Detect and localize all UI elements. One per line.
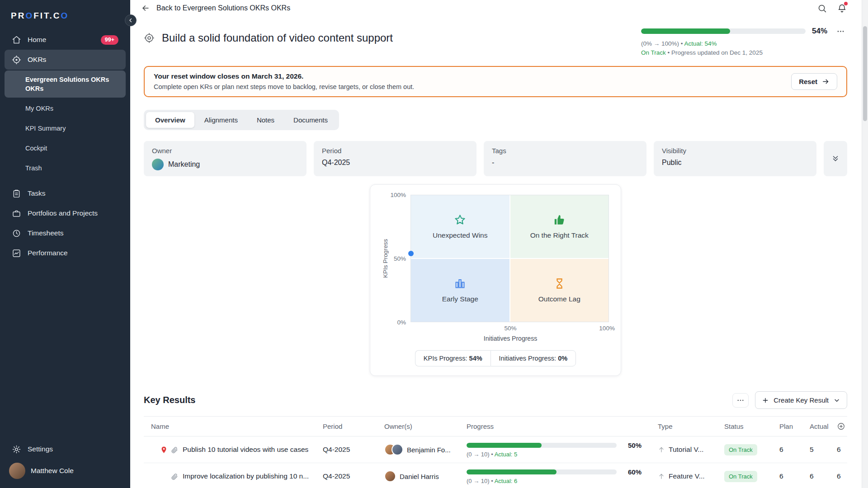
y-tick-100: 100%	[390, 192, 406, 198]
tab-notes[interactable]: Notes	[248, 112, 283, 128]
quadrant-label: Outcome Lag	[538, 295, 580, 303]
sidebar-bottom: Settings Matthew Cole	[0, 439, 130, 488]
kr-name-link[interactable]: Improve localization by publishing 10 n.…	[183, 472, 309, 480]
column-header-period: Period	[323, 422, 384, 430]
kr-progress-fill	[467, 469, 557, 474]
key-results-menu-button[interactable]	[732, 393, 749, 408]
reset-button[interactable]: Reset	[791, 73, 837, 90]
chart-x-axis-label: Initiatives Progress	[412, 335, 609, 342]
table-add-button[interactable]	[837, 422, 847, 431]
sidebar-item-label: Settings	[28, 445, 53, 453]
table-row[interactable]: Improve localization by publishing 10 n.…	[144, 463, 847, 488]
logo-text: PR	[11, 11, 25, 20]
x-tick-100: 100%	[599, 325, 615, 332]
star-icon	[454, 214, 466, 226]
sidebar-item-tasks[interactable]: Tasks	[5, 183, 126, 203]
chart-y-ticks: 100% 50% 0%	[391, 195, 410, 322]
sidebar: PROFIT.CO Home 99+ OKRs Evergreen Soluti…	[0, 0, 130, 488]
chart-point	[408, 251, 414, 256]
kr-progress-cell: 60% (0 → 10) • Actual: 6	[467, 468, 658, 484]
owner-value: Marketing	[152, 159, 298, 170]
kr-range: (0 → 10) •	[467, 478, 493, 484]
sidebar-item-my-okrs[interactable]: My OKRs	[5, 99, 126, 117]
sidebar-item-trash[interactable]: Trash	[5, 159, 126, 177]
kr-status-cell: On Track	[724, 444, 779, 455]
legend-kpis-progress: KPIs Progress: 54%	[415, 350, 491, 366]
reset-banner-title: Your reset window closes on March 31, 20…	[154, 72, 414, 80]
legend-label: KPIs Progress:	[424, 355, 467, 362]
sidebar-item-label: Portfolios and Projects	[28, 209, 98, 217]
sidebar-nav: Home 99+ OKRs Evergreen Solutions OKRs O…	[0, 30, 130, 263]
create-key-result-button[interactable]: Create Key Result	[755, 391, 847, 409]
kr-progress-detail: (0 → 10) • Actual: 6	[467, 478, 642, 484]
kr-type: Tutorial V...	[669, 446, 703, 454]
sidebar-item-performance[interactable]: Performance	[5, 243, 126, 263]
kr-actual: Actual: 5	[495, 451, 518, 458]
key-results-actions: Create Key Result	[732, 391, 847, 409]
search-button[interactable]	[814, 0, 830, 16]
kr-name-link[interactable]: Publish 10 tutorial videos with use case…	[183, 446, 308, 454]
kr-plan: 6	[779, 472, 810, 480]
bar-chart-icon	[454, 277, 466, 290]
topbar-actions	[814, 0, 850, 16]
chevron-down-icon	[833, 397, 840, 404]
owner-avatar	[392, 444, 403, 455]
kr-target-value: 6	[837, 472, 847, 480]
quadrant-label: On the Right Track	[530, 231, 589, 239]
owner-avatar	[384, 470, 396, 482]
notifications-button[interactable]	[834, 0, 850, 16]
owner-label: Owner	[152, 147, 298, 155]
kr-status-cell: On Track	[724, 471, 779, 482]
ellipsis-icon	[736, 396, 745, 404]
back-link[interactable]: Back to Evergreen Solutions OKRs OKRs	[141, 4, 290, 13]
sidebar-item-kpi-summary[interactable]: KPI Summary	[5, 119, 126, 137]
kr-period: Q4-2025	[323, 472, 384, 480]
y-tick-50: 50%	[394, 255, 406, 262]
sidebar-item-evergreen-okrs[interactable]: Evergreen Solutions OKRs OKRs	[5, 70, 126, 98]
tags-card: Tags -	[484, 141, 646, 176]
legend-value: 54%	[469, 355, 482, 362]
tab-overview[interactable]: Overview	[146, 112, 194, 128]
back-label: Back to Evergreen Solutions OKRs OKRs	[156, 4, 290, 12]
table-row[interactable]: Publish 10 tutorial videos with use case…	[144, 436, 847, 463]
sidebar-collapse-button[interactable]	[125, 14, 137, 26]
plus-circle-icon	[837, 422, 845, 431]
kr-actual-value: 5	[810, 446, 837, 454]
objective-actual: Actual: 54%	[684, 40, 717, 47]
search-icon	[817, 4, 827, 13]
sidebar-item-timesheets[interactable]: Timesheets	[5, 223, 126, 243]
kr-name-cell: Publish 10 tutorial videos with use case…	[144, 446, 323, 454]
sidebar-item-cockpit[interactable]: Cockpit	[5, 139, 126, 157]
objective-range-line: (0% → 100%) • Actual: 54%	[641, 40, 847, 47]
chart-legend: KPIs Progress: 54% Initiatives Progress:…	[382, 350, 609, 366]
kr-actual: Actual: 6	[495, 478, 518, 484]
quadrant-label: Unexpected Wins	[433, 231, 487, 239]
kr-owners-cell: Benjamin Fo...	[384, 444, 467, 455]
tasks-icon	[12, 189, 21, 198]
reset-button-label: Reset	[799, 78, 817, 85]
page-scrollbar[interactable]	[862, 0, 868, 488]
status-badge: On Track	[724, 471, 757, 482]
sidebar-item-portfolios-projects[interactable]: Portfolios and Projects	[5, 203, 126, 223]
paperclip-icon[interactable]	[170, 473, 178, 480]
sidebar-item-okrs[interactable]: OKRs	[5, 50, 126, 70]
x-tick-50: 50%	[504, 325, 516, 332]
tab-alignments[interactable]: Alignments	[195, 112, 247, 128]
objective-menu-button[interactable]	[834, 25, 847, 37]
sidebar-item-label: OKRs	[28, 56, 46, 64]
scrollbar-thumb[interactable]	[863, 26, 867, 121]
kr-plan: 6	[779, 446, 810, 454]
column-header-owners: Owner(s)	[384, 422, 467, 430]
column-header-plan: Plan	[779, 422, 810, 430]
back-arrow-icon	[141, 4, 150, 13]
details-collapse-button[interactable]	[824, 141, 847, 176]
y-tick-0: 0%	[397, 319, 406, 326]
owner-avatar	[152, 159, 164, 170]
sidebar-item-home[interactable]: Home 99+	[5, 30, 126, 50]
paperclip-icon[interactable]	[170, 446, 178, 454]
user-menu[interactable]: Matthew Cole	[0, 459, 130, 483]
tab-documents[interactable]: Documents	[284, 112, 337, 128]
sidebar-item-label: Tasks	[28, 189, 46, 197]
sidebar-item-settings[interactable]: Settings	[5, 439, 126, 459]
arrow-up-icon	[658, 473, 665, 480]
